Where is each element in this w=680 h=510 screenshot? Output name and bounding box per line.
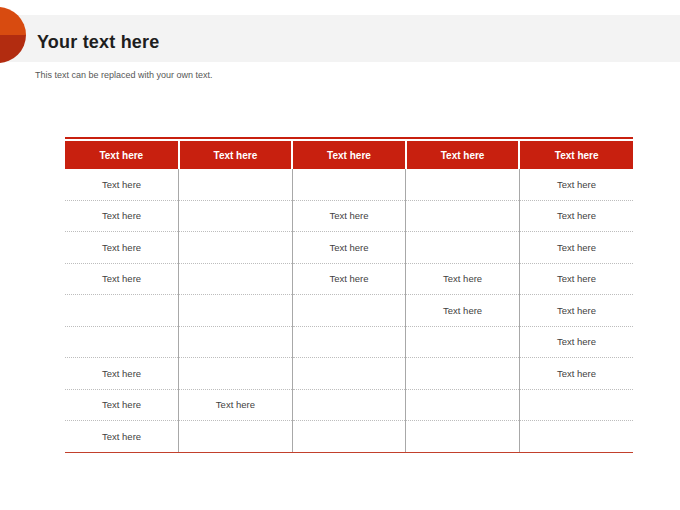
accent-circle-decoration [0, 7, 26, 63]
table-cell [179, 263, 293, 295]
table-cell [406, 421, 520, 453]
table-cell: Text here [519, 232, 633, 264]
table-cell: Text here [406, 295, 520, 327]
content-table-wrapper: Text hereText hereText hereText hereText… [65, 137, 633, 453]
table-cell: Text here [65, 263, 179, 295]
table-row: Text here [65, 421, 633, 453]
table-cell: Text here [519, 200, 633, 232]
table-header-cell: Text here [406, 141, 520, 169]
table-cell [179, 295, 293, 327]
slide-canvas: Your text here This text can be replaced… [0, 0, 680, 510]
table-cell: Text here [406, 263, 520, 295]
table-cell [406, 358, 520, 390]
table-cell [406, 326, 520, 358]
table-row: Text hereText here [65, 358, 633, 390]
table-cell [406, 200, 520, 232]
table-cell [406, 389, 520, 421]
table-cell: Text here [519, 263, 633, 295]
table-body: Text hereText hereText hereText hereText… [65, 169, 633, 452]
table-row: Text hereText hereText hereText here [65, 263, 633, 295]
table-cell: Text here [179, 389, 293, 421]
table-cell: Text here [519, 295, 633, 327]
table-cell: Text here [292, 232, 406, 264]
slide-subtitle: This text can be replaced with your own … [35, 70, 213, 80]
table-cell [406, 169, 520, 200]
table-cell: Text here [65, 232, 179, 264]
table-cell: Text here [65, 421, 179, 453]
table-header-row: Text hereText hereText hereText hereText… [65, 141, 633, 169]
table-cell [292, 169, 406, 200]
table-cell: Text here [65, 389, 179, 421]
content-table: Text hereText hereText hereText hereText… [65, 141, 633, 453]
table-cell: Text here [65, 358, 179, 390]
table-cell: Text here [519, 358, 633, 390]
table-row: Text hereText here [65, 295, 633, 327]
table-cell [292, 421, 406, 453]
table-header-cell: Text here [65, 141, 179, 169]
slide-title: Your text here [37, 32, 160, 53]
table-cell [519, 421, 633, 453]
table-cell [179, 326, 293, 358]
table-cell [179, 358, 293, 390]
table-cell [292, 295, 406, 327]
table-header-cell: Text here [292, 141, 406, 169]
table-header-cell: Text here [519, 141, 633, 169]
table-cell: Text here [65, 200, 179, 232]
table-cell [179, 200, 293, 232]
table-cell [179, 232, 293, 264]
table-cell [65, 326, 179, 358]
table-header-cell: Text here [179, 141, 293, 169]
table-row: Text hereText hereText here [65, 232, 633, 264]
table-cell [292, 326, 406, 358]
table-row: Text hereText here [65, 169, 633, 200]
table-row: Text hereText here [65, 389, 633, 421]
table-cell [65, 295, 179, 327]
table-cell [519, 389, 633, 421]
table-cell: Text here [65, 169, 179, 200]
table-cell [406, 232, 520, 264]
table-row: Text hereText hereText here [65, 200, 633, 232]
table-cell: Text here [292, 263, 406, 295]
table-cell: Text here [292, 200, 406, 232]
table-cell: Text here [519, 326, 633, 358]
table-cell [179, 169, 293, 200]
table-cell [179, 421, 293, 453]
table-row: Text here [65, 326, 633, 358]
table-cell [292, 389, 406, 421]
table-cell: Text here [519, 169, 633, 200]
table-top-border [65, 137, 633, 139]
title-band: Your text here [0, 15, 680, 62]
table-cell [292, 358, 406, 390]
